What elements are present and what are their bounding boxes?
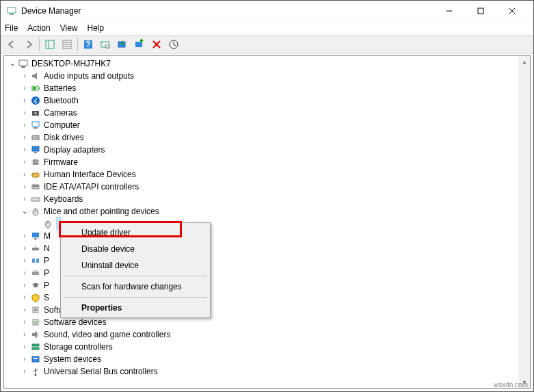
ide-icon	[30, 181, 41, 192]
back-button[interactable]	[3, 36, 20, 53]
forward-button[interactable]	[21, 36, 37, 53]
vertical-scrollbar[interactable]: ▴ ▾	[518, 56, 530, 388]
expand-arrow-icon[interactable]: ›	[19, 254, 30, 267]
scroll-up-icon[interactable]: ▴	[518, 56, 530, 68]
svg-rect-16	[118, 42, 125, 47]
app-icon	[6, 5, 17, 16]
svg-rect-22	[38, 88, 40, 89]
svg-rect-31	[32, 146, 39, 151]
tree-category[interactable]: ›Bluetooth	[4, 94, 530, 107]
hid-icon	[30, 169, 41, 180]
device-tree[interactable]: ⌄ DESKTOP-MHJ7HK7 ›Audio inputs and outp…	[4, 56, 530, 388]
tree-category[interactable]: ›Universal Serial Bus controllers	[4, 365, 530, 378]
svg-rect-41	[31, 198, 40, 201]
help-button[interactable]: ?	[80, 36, 96, 53]
expand-arrow-icon[interactable]: ›	[19, 304, 30, 316]
monitor-icon	[30, 231, 41, 241]
tree-category-label: Keyboards	[44, 193, 83, 205]
tree-category[interactable]: ›Batteries	[4, 82, 530, 94]
tree-category[interactable]: ›Sound, video and game controllers	[4, 328, 530, 341]
svg-rect-27	[32, 122, 39, 127]
svg-rect-55	[34, 283, 38, 287]
tree-category-label: Cameras	[44, 107, 77, 119]
ctx-properties[interactable]: Properties	[62, 300, 209, 316]
disable-device-button[interactable]	[131, 36, 148, 53]
tree-category[interactable]: ›Display adapters	[4, 144, 530, 156]
tree-category[interactable]: ›Human Interface Devices	[4, 168, 530, 181]
menu-help[interactable]: Help	[88, 23, 105, 33]
expand-arrow-icon[interactable]: ›	[19, 230, 30, 242]
expand-arrow-icon[interactable]: ›	[19, 168, 30, 181]
expand-arrow-icon[interactable]: ›	[19, 107, 30, 119]
ctx-scan-hardware[interactable]: Scan for hardware changes	[62, 278, 209, 295]
expand-arrow-icon[interactable]: ›	[19, 267, 30, 279]
tree-category[interactable]: ⌄Mice and other pointing devices	[4, 205, 530, 218]
maximize-button[interactable]	[465, 1, 496, 21]
svg-point-30	[37, 137, 38, 138]
tree-category-label: S	[44, 291, 49, 304]
expand-arrow-icon[interactable]: ›	[19, 82, 30, 94]
expand-arrow-icon[interactable]: ›	[19, 279, 30, 291]
update-driver-button[interactable]	[114, 36, 131, 53]
toolbar: ?	[1, 35, 533, 54]
mouse-icon	[30, 206, 41, 217]
menu-view[interactable]: View	[60, 23, 78, 33]
minimize-button[interactable]	[433, 1, 465, 21]
tree-category[interactable]: ›Firmware	[4, 156, 530, 168]
expand-arrow-icon[interactable]: ›	[19, 193, 30, 205]
expand-arrow-icon[interactable]: ›	[19, 70, 30, 82]
expand-arrow-icon[interactable]: ›	[19, 291, 30, 304]
tree-category[interactable]: ›Disk drives	[4, 131, 530, 144]
expand-arrow-icon[interactable]: ⌄	[7, 57, 18, 70]
expand-arrow-icon[interactable]: ›	[19, 119, 30, 131]
sound-icon	[30, 329, 41, 340]
port-icon	[30, 255, 41, 266]
ctx-separator	[64, 297, 207, 298]
keyboard-icon	[30, 194, 41, 205]
tree-category[interactable]: ›IDE ATA/ATAPI controllers	[4, 181, 530, 193]
firmware-icon	[30, 157, 41, 168]
properties-button[interactable]	[59, 36, 75, 53]
tree-category[interactable]: ›Computer	[4, 119, 530, 131]
svg-rect-53	[32, 272, 39, 275]
tree-category[interactable]: ›Cameras	[4, 107, 530, 119]
usb-icon	[30, 366, 41, 377]
expand-arrow-icon[interactable]: ›	[19, 341, 30, 353]
printq-icon	[30, 267, 41, 278]
ctx-update-driver[interactable]: Update driver	[62, 224, 209, 241]
expand-arrow-icon[interactable]: ⌄	[19, 205, 30, 218]
menu-file[interactable]: File	[5, 23, 18, 33]
uninstall-button[interactable]	[148, 36, 165, 53]
expand-arrow-icon[interactable]: ›	[19, 242, 30, 254]
disk-icon	[30, 132, 41, 143]
svg-rect-38	[32, 173, 39, 177]
close-button[interactable]	[496, 1, 528, 21]
menu-action[interactable]: Action	[27, 23, 50, 33]
expand-arrow-icon[interactable]: ›	[19, 328, 30, 341]
expand-arrow-icon[interactable]: ›	[19, 316, 30, 328]
tree-category[interactable]: ›System devices	[4, 353, 530, 365]
expand-arrow-icon[interactable]: ›	[19, 131, 30, 144]
svg-rect-60	[33, 319, 38, 325]
tree-category[interactable]: ›Storage controllers	[4, 341, 530, 353]
toolbar-separator	[77, 38, 78, 51]
ctx-uninstall-device[interactable]: Uninstall device	[62, 257, 209, 274]
expand-arrow-icon[interactable]: ›	[19, 156, 30, 168]
enable-device-button[interactable]	[165, 36, 182, 53]
tree-root[interactable]: ⌄ DESKTOP-MHJ7HK7	[4, 57, 530, 70]
scan-hardware-button[interactable]	[97, 36, 114, 53]
expand-arrow-icon[interactable]: ›	[19, 353, 30, 365]
svg-rect-51	[32, 259, 35, 263]
expand-arrow-icon[interactable]: ›	[19, 94, 30, 107]
svg-point-59	[34, 309, 37, 311]
tree-category[interactable]: ›Audio inputs and outputs	[4, 70, 530, 82]
show-hide-tree-button[interactable]	[42, 36, 58, 53]
titlebar: Device Manager	[1, 1, 533, 21]
display-icon	[30, 144, 41, 155]
expand-arrow-icon[interactable]: ›	[19, 181, 30, 193]
expand-arrow-icon[interactable]: ›	[19, 144, 30, 156]
ctx-disable-device[interactable]: Disable device	[62, 241, 209, 257]
storage-icon	[30, 341, 41, 352]
tree-category[interactable]: ›Keyboards	[4, 193, 530, 205]
expand-arrow-icon[interactable]: ›	[19, 365, 30, 378]
